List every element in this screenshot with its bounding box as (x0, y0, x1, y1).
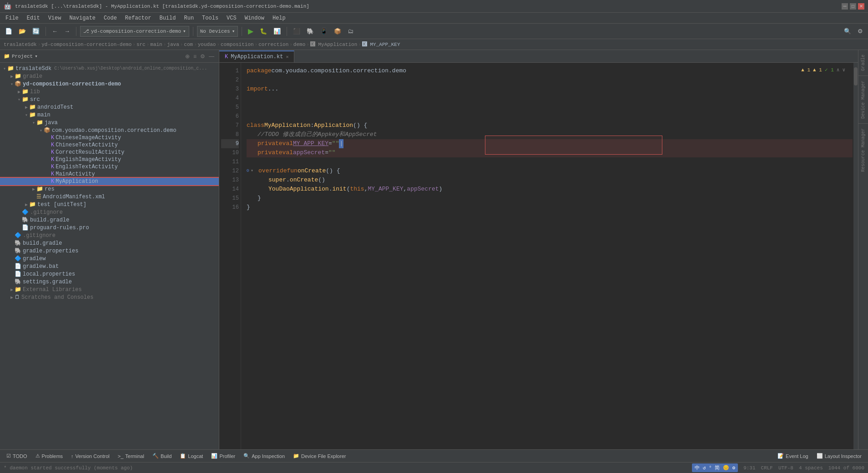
menu-item-code[interactable]: Code (100, 14, 121, 22)
project-dropdown-icon[interactable]: ▾ (35, 53, 38, 59)
title-bar-controls[interactable]: ─ □ ✕ (842, 3, 864, 10)
tree-item-myapplication[interactable]: ▶ K MyApplication (0, 178, 219, 185)
tree-item-englishtext[interactable]: ▶ K EnglishTextActivity (0, 163, 219, 171)
breadcrumb-item-3[interactable]: main (150, 42, 162, 47)
tab-app-inspection[interactable]: 🔍 App Inspection (240, 451, 288, 461)
tree-item-java[interactable]: ▾ 📁 java (0, 119, 219, 126)
tree-item-test[interactable]: ▶ 📁 test [unitTest] (0, 201, 219, 208)
tree-item-gradlewbat[interactable]: ▶ 📄 gradlew.bat (0, 262, 219, 270)
tree-item-gradleprop[interactable]: ▶ 🐘 gradle.properties (0, 247, 219, 255)
tree-item-main[interactable]: ▾ 📁 main (0, 111, 219, 119)
sidebar-tab-gradle[interactable]: Gradle (860, 52, 867, 74)
menu-item-vcs[interactable]: VCS (223, 14, 240, 22)
tree-item-chinesetext[interactable]: ▶ K ChineseTextActivity (0, 141, 219, 149)
code-editor[interactable]: 1 2 3 4 5 6 7 8 9 10 11 12 13 14 15 16 (219, 63, 858, 449)
device-selector[interactable]: No Devices ▾ (197, 26, 238, 37)
menu-item-build[interactable]: Build (156, 14, 179, 22)
tree-item-buildgradle1[interactable]: ▶ 🐘 build.gradle (0, 216, 219, 224)
tree-item-ydcomp[interactable]: ▾ 📦 yd-composition-correction-demo (0, 80, 219, 88)
editor-tab-myapplication[interactable]: K MyApplication.kt ✕ (219, 50, 294, 62)
breadcrumb-item-9[interactable]: demo (293, 42, 305, 47)
tree-item-englishimage[interactable]: ▶ K EnglishImageActivity (0, 156, 219, 163)
tree-item-res[interactable]: ▶ 📁 res (0, 185, 219, 193)
avd-button[interactable]: 📱 (318, 26, 330, 36)
tab-problems[interactable]: ⚠ Problems (32, 451, 66, 461)
code-content[interactable]: ▲ 1 ▲ 1 ✓ 1 ∧ ∨ package com.youdao.compo… (241, 63, 858, 449)
sdk-button[interactable]: 📦 (332, 26, 343, 36)
tree-item-gradlew[interactable]: ▶ 🔷 gradlew (0, 255, 219, 262)
tab-device-file-explorer[interactable]: 📁 Device File Explorer (289, 451, 349, 461)
profile-button[interactable]: 📊 (271, 26, 283, 36)
menu-item-run[interactable]: Run (180, 14, 197, 22)
maximize-button[interactable]: □ (850, 3, 856, 10)
tab-profiler[interactable]: 📊 Profiler (207, 451, 239, 461)
menu-item-refactor[interactable]: Refactor (121, 14, 155, 22)
tree-item-manifest[interactable]: ▶ ☰ AndroidManifest.xml (0, 193, 219, 201)
branch-selector[interactable]: ⎇ yd-composition-correction-demo ▾ (80, 26, 189, 37)
breadcrumb-item-7[interactable]: composition (221, 42, 254, 47)
scrollbar-thumb[interactable] (854, 67, 858, 86)
tab-event-log[interactable]: 📝 Event Log (774, 451, 812, 461)
stop-button[interactable]: ⬛ (291, 26, 303, 36)
menu-item-file[interactable]: File (2, 14, 22, 22)
vertical-scrollbar[interactable] (853, 63, 858, 449)
menu-item-navigate[interactable]: Navigate (66, 14, 99, 22)
tab-todo[interactable]: ☑ TODO (3, 451, 31, 461)
breadcrumb-item-5[interactable]: com (184, 42, 193, 47)
tree-item-proguard[interactable]: ▶ 📄 proguard-rules.pro (0, 224, 219, 231)
tree-item-extlibs[interactable]: ▶ 📁 External Libraries (0, 286, 219, 293)
tree-item-buildgradle2[interactable]: ▶ 🐘 build.gradle (0, 239, 219, 247)
tree-item-package[interactable]: ▾ 📦 com.youdao.composition.correction.de… (0, 126, 219, 134)
menu-item-edit[interactable]: Edit (23, 14, 44, 22)
tree-item-mainactivity[interactable]: ▶ K MainActivity (0, 171, 219, 178)
tab-version-control[interactable]: ↑ Version Control (67, 452, 113, 461)
options-button[interactable]: ⚙ (199, 52, 206, 60)
menu-item-window[interactable]: Window (241, 14, 268, 22)
encoding-indicator[interactable]: UTF-8 (778, 465, 793, 471)
tree-item-src[interactable]: ▾ 📁 src (0, 96, 219, 103)
open-button[interactable]: 📂 (16, 26, 28, 36)
ime-indicator[interactable]: 中 ↺ ° 简 😊 ⚙ (692, 463, 738, 472)
indent-indicator[interactable]: 4 spaces (799, 465, 823, 471)
breadcrumb-item-2[interactable]: src (136, 42, 146, 47)
fold-icon-12[interactable]: ▾ (251, 166, 253, 176)
search-everywhere-button[interactable]: 🔍 (842, 26, 853, 36)
scope-button[interactable]: ⊕ (184, 52, 191, 60)
sync-button[interactable]: 🔄 (30, 26, 42, 36)
run-button[interactable]: ▶ (246, 25, 256, 37)
sync-project-button[interactable]: 🐘 (304, 26, 316, 36)
sidebar-tab-resource-manager[interactable]: Resource Manager (860, 126, 867, 175)
tab-layout-inspector[interactable]: ⬜ Layout Inspector (813, 451, 865, 461)
breadcrumb-item-0[interactable]: traslateSdk (4, 42, 37, 47)
tree-item-translatSdk[interactable]: ▾ 📁 traslateSdk C:\Users\wb.xusj\Desktop… (0, 65, 219, 72)
back-button[interactable]: ← (50, 26, 60, 36)
forward-button[interactable]: → (62, 26, 72, 36)
menu-item-tools[interactable]: Tools (198, 14, 222, 22)
tab-logcat[interactable]: 📋 Logcat (176, 451, 207, 461)
tab-build[interactable]: 🔨 Build (149, 451, 175, 461)
tab-close-icon[interactable]: ✕ (286, 54, 288, 60)
tree-item-gradle[interactable]: ▶ 📁 gradle (0, 72, 219, 80)
tree-item-settingsgradle[interactable]: ▶ 🐘 settings.gradle (0, 278, 219, 286)
tree-item-scratches[interactable]: ▶ 🗒 Scratches and Consoles (0, 293, 219, 301)
settings-button[interactable]: ⚙ (855, 26, 865, 36)
line-col-indicator[interactable]: 9:31 (743, 465, 755, 471)
debug-button[interactable]: 🐛 (257, 26, 269, 36)
collapse-all-button[interactable]: ≡ (192, 52, 197, 60)
new-file-button[interactable]: 📄 (3, 26, 15, 36)
hide-panel-button[interactable]: — (208, 52, 215, 60)
breadcrumb-item-4[interactable]: java (167, 42, 179, 47)
tree-item-localprop[interactable]: ▶ 📄 local.properties (0, 270, 219, 278)
close-button[interactable]: ✕ (858, 3, 864, 10)
device-file-button[interactable]: 🗂 (345, 26, 356, 36)
tree-item-androidtest[interactable]: ▶ 📁 androidTest (0, 103, 219, 111)
breadcrumb-item-8[interactable]: correction (258, 42, 288, 47)
breadcrumb-item-6[interactable]: youdao (198, 42, 216, 47)
line-sep-indicator[interactable]: CRLF (761, 465, 773, 471)
menu-item-help[interactable]: Help (269, 14, 289, 22)
minimize-button[interactable]: ─ (842, 3, 848, 10)
breadcrumb-item-1[interactable]: yd-composition-correction-demo (41, 42, 131, 47)
breadcrumb-item-11[interactable]: 🅺 MY_APP_KEY (362, 41, 400, 47)
breadcrumb-item-10[interactable]: 🅺 MyApplication (310, 41, 357, 47)
sidebar-tab-device-manager[interactable]: Device Manager (860, 78, 867, 121)
